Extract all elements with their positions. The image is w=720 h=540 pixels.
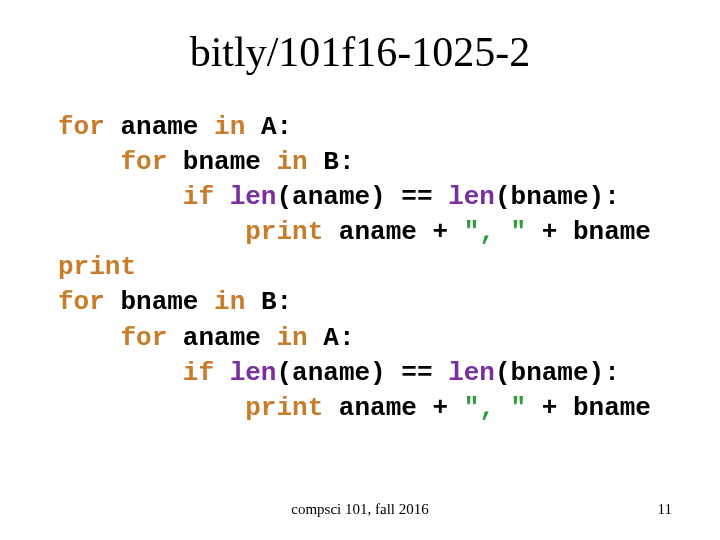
identifier: bname — [573, 393, 651, 423]
colon: : — [276, 112, 292, 142]
paren: ) — [370, 182, 386, 212]
string-literal: ", " — [464, 393, 526, 423]
identifier: aname — [120, 112, 198, 142]
keyword-in: in — [214, 112, 245, 142]
keyword-in: in — [276, 323, 307, 353]
paren: ) — [589, 182, 605, 212]
colon: : — [339, 323, 355, 353]
paren: ( — [276, 182, 292, 212]
keyword-print: print — [58, 252, 136, 282]
identifier: A — [323, 323, 339, 353]
identifier: bname — [120, 287, 198, 317]
operator-eq: == — [401, 182, 432, 212]
keyword-for: for — [120, 147, 167, 177]
operator-plus: + — [542, 217, 558, 247]
keyword-for: for — [58, 287, 105, 317]
identifier: bname — [573, 217, 651, 247]
identifier: aname — [183, 323, 261, 353]
identifier: bname — [183, 147, 261, 177]
paren: ( — [276, 358, 292, 388]
paren: ( — [495, 358, 511, 388]
paren: ( — [495, 182, 511, 212]
string-literal: ", " — [464, 217, 526, 247]
operator-plus: + — [432, 393, 448, 423]
identifier: aname — [292, 358, 370, 388]
keyword-in: in — [214, 287, 245, 317]
keyword-print: print — [245, 217, 323, 247]
operator-plus: + — [432, 217, 448, 247]
keyword-if: if — [183, 182, 214, 212]
paren: ) — [370, 358, 386, 388]
identifier: aname — [292, 182, 370, 212]
slide: bitly/101f16-1025-2 for aname in A: for … — [0, 0, 720, 540]
paren: ) — [589, 358, 605, 388]
keyword-for: for — [120, 323, 167, 353]
function-len: len — [230, 182, 277, 212]
function-len: len — [448, 358, 495, 388]
identifier: B — [261, 287, 277, 317]
footer-course: compsci 101, fall 2016 — [0, 501, 720, 518]
colon: : — [276, 287, 292, 317]
keyword-in: in — [276, 147, 307, 177]
slide-title: bitly/101f16-1025-2 — [0, 28, 720, 76]
code-block: for aname in A: for bname in B: if len(a… — [58, 110, 651, 426]
identifier: aname — [339, 393, 417, 423]
identifier: A — [261, 112, 277, 142]
identifier: bname — [511, 182, 589, 212]
operator-plus: + — [542, 393, 558, 423]
identifier: aname — [339, 217, 417, 247]
keyword-print: print — [245, 393, 323, 423]
keyword-for: for — [58, 112, 105, 142]
keyword-if: if — [183, 358, 214, 388]
colon: : — [339, 147, 355, 177]
function-len: len — [448, 182, 495, 212]
function-len: len — [230, 358, 277, 388]
footer-page-number: 11 — [658, 501, 672, 518]
colon: : — [604, 182, 620, 212]
colon: : — [604, 358, 620, 388]
operator-eq: == — [401, 358, 432, 388]
identifier: B — [323, 147, 339, 177]
identifier: bname — [511, 358, 589, 388]
